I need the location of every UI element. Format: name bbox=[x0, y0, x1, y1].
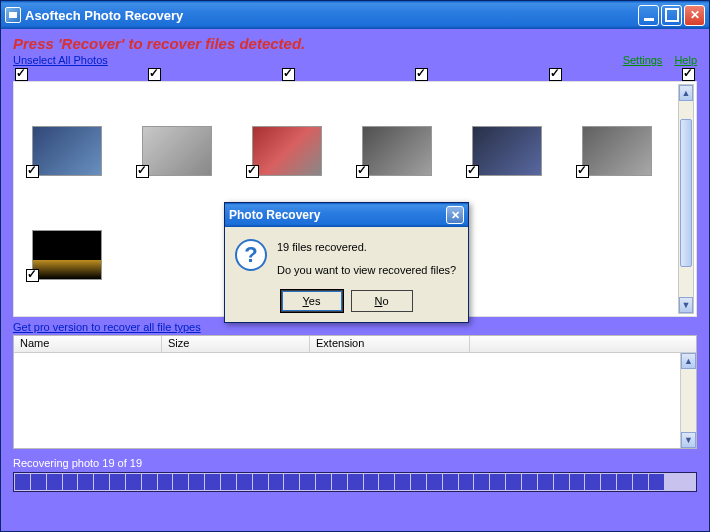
progress-segment bbox=[522, 474, 537, 490]
scroll-track[interactable] bbox=[679, 101, 693, 297]
dialog-message: 19 files recovered. Do you want to view … bbox=[277, 239, 456, 278]
progress-segment bbox=[253, 474, 268, 490]
dialog-line2: Do you want to view recovered files? bbox=[277, 262, 456, 279]
column-checkbox[interactable] bbox=[282, 68, 295, 81]
yes-button[interactable]: Yes bbox=[281, 290, 343, 312]
thumbnail-checkbox[interactable] bbox=[26, 269, 39, 282]
column-header-size[interactable]: Size bbox=[162, 336, 310, 352]
no-button[interactable]: No bbox=[351, 290, 413, 312]
thumbnail-image bbox=[582, 126, 652, 176]
progress-segment bbox=[411, 474, 426, 490]
progress-segment bbox=[379, 474, 394, 490]
progress-segment bbox=[459, 474, 474, 490]
question-icon: ? bbox=[235, 239, 267, 271]
progress-segment bbox=[601, 474, 616, 490]
progress-segment bbox=[490, 474, 505, 490]
thumbnail-cell[interactable] bbox=[472, 126, 542, 176]
thumbnail-image bbox=[32, 230, 102, 280]
thumbnail-cell[interactable] bbox=[32, 230, 102, 280]
progress-segment bbox=[31, 474, 46, 490]
progress-segment bbox=[78, 474, 93, 490]
thumbnail-cell[interactable] bbox=[362, 126, 432, 176]
thumbnail-checkbox[interactable] bbox=[356, 165, 369, 178]
thumbnail-checkbox[interactable] bbox=[466, 165, 479, 178]
progress-bar bbox=[13, 472, 697, 492]
top-checkbox-row bbox=[13, 68, 697, 81]
help-link[interactable]: Help bbox=[674, 54, 697, 66]
progress-segment bbox=[395, 474, 410, 490]
window-title: Asoftech Photo Recovery bbox=[25, 8, 638, 23]
table-scrollbar[interactable]: ▲ ▼ bbox=[680, 353, 696, 448]
progress-segment bbox=[554, 474, 569, 490]
progress-segment bbox=[538, 474, 553, 490]
progress-segment bbox=[427, 474, 442, 490]
thumbnail-image bbox=[472, 126, 542, 176]
scroll-up-icon[interactable]: ▲ bbox=[681, 353, 696, 369]
thumbnail-cell[interactable] bbox=[32, 126, 102, 176]
thumbnail-cell[interactable] bbox=[252, 126, 322, 176]
progress-segment bbox=[158, 474, 173, 490]
thumbnail-checkbox[interactable] bbox=[246, 165, 259, 178]
photo-scrollbar[interactable]: ▲ ▼ bbox=[678, 84, 694, 314]
progress-segment bbox=[110, 474, 125, 490]
file-table: Name Size Extension ▲ ▼ bbox=[13, 335, 697, 449]
close-button[interactable] bbox=[684, 5, 705, 26]
progress-segment bbox=[173, 474, 188, 490]
thumbnail-image bbox=[362, 126, 432, 176]
progress-segment bbox=[364, 474, 379, 490]
thumbnail-cell[interactable] bbox=[582, 126, 652, 176]
progress-segment bbox=[348, 474, 363, 490]
thumbnail-checkbox[interactable] bbox=[576, 165, 589, 178]
progress-segment bbox=[332, 474, 347, 490]
progress-segment bbox=[15, 474, 30, 490]
progress-segment bbox=[506, 474, 521, 490]
scroll-up-icon[interactable]: ▲ bbox=[679, 85, 693, 101]
unselect-all-link[interactable]: Unselect All Photos bbox=[13, 54, 108, 66]
progress-segment bbox=[649, 474, 664, 490]
maximize-button[interactable] bbox=[661, 5, 682, 26]
main-window: Asoftech Photo Recovery Press 'Recover' … bbox=[0, 0, 710, 532]
progress-segment bbox=[665, 474, 680, 490]
progress-segment bbox=[617, 474, 632, 490]
scroll-down-icon[interactable]: ▼ bbox=[679, 297, 693, 313]
status-text: Recovering photo 19 of 19 bbox=[13, 457, 697, 469]
progress-segment bbox=[47, 474, 62, 490]
progress-segment bbox=[570, 474, 585, 490]
column-checkbox[interactable] bbox=[415, 68, 428, 81]
thumbnail-checkbox[interactable] bbox=[26, 165, 39, 178]
progress-segment bbox=[585, 474, 600, 490]
column-header-name[interactable]: Name bbox=[14, 336, 162, 352]
progress-segment bbox=[94, 474, 109, 490]
column-checkbox[interactable] bbox=[682, 68, 695, 81]
scroll-down-icon[interactable]: ▼ bbox=[681, 432, 696, 448]
minimize-button[interactable] bbox=[638, 5, 659, 26]
progress-segment bbox=[126, 474, 141, 490]
column-checkbox[interactable] bbox=[15, 68, 28, 81]
column-checkbox[interactable] bbox=[148, 68, 161, 81]
table-header: Name Size Extension bbox=[14, 336, 696, 353]
settings-link[interactable]: Settings bbox=[623, 54, 663, 66]
scroll-thumb[interactable] bbox=[680, 119, 692, 267]
column-checkbox[interactable] bbox=[549, 68, 562, 81]
progress-segment bbox=[205, 474, 220, 490]
thumbnail-image bbox=[252, 126, 322, 176]
thumbnail-image bbox=[32, 126, 102, 176]
thumbnail-cell[interactable] bbox=[142, 126, 212, 176]
progress-segment bbox=[63, 474, 78, 490]
progress-segment bbox=[316, 474, 331, 490]
thumbnail-checkbox[interactable] bbox=[136, 165, 149, 178]
thumbnail-image bbox=[142, 126, 212, 176]
press-recover-label: Press 'Recover' to recover files detecte… bbox=[13, 35, 697, 52]
dialog-titlebar: Photo Recovery ✕ bbox=[225, 203, 468, 227]
column-header-extension[interactable]: Extension bbox=[310, 336, 470, 352]
titlebar: Asoftech Photo Recovery bbox=[1, 1, 709, 29]
app-icon bbox=[5, 7, 21, 23]
dialog-close-button[interactable]: ✕ bbox=[446, 206, 464, 224]
progress-segment bbox=[633, 474, 648, 490]
recovery-dialog: Photo Recovery ✕ ? 19 files recovered. D… bbox=[224, 202, 469, 323]
progress-segment bbox=[300, 474, 315, 490]
progress-segment bbox=[142, 474, 157, 490]
dialog-line1: 19 files recovered. bbox=[277, 239, 456, 256]
progress-segment bbox=[237, 474, 252, 490]
pro-version-link[interactable]: Get pro version to recover all file type… bbox=[13, 321, 201, 333]
